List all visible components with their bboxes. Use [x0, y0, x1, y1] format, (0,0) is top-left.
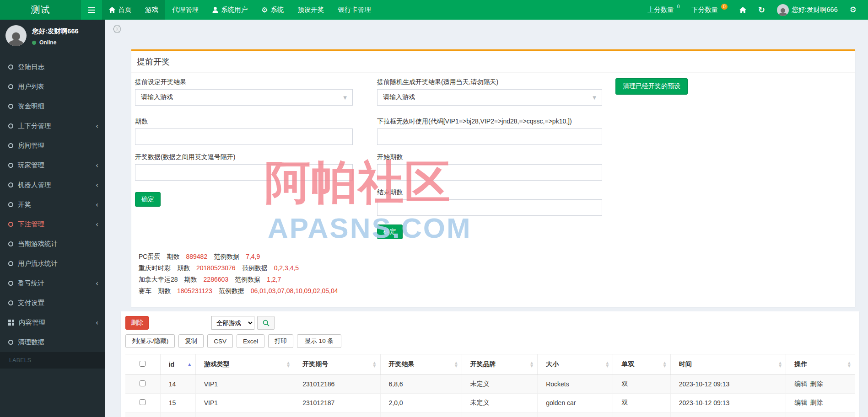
chevron-left-icon: ‹ — [96, 319, 98, 327]
edit-link[interactable]: 编辑 — [794, 399, 807, 406]
sidebar-item-room-management[interactable]: 房间管理 — [0, 136, 105, 155]
chevron-left-icon: ‹ — [96, 122, 98, 130]
search-button[interactable] — [257, 316, 275, 330]
nav-item-games[interactable]: 游戏 — [138, 0, 165, 20]
issue-number-input[interactable] — [135, 128, 353, 145]
start-issue-label: 开始期数 — [377, 153, 602, 161]
sidebar-item-clean-data[interactable]: 清理数据 — [0, 332, 105, 352]
example-line: 重庆时时彩期数20180523076范例数据0,2,3,4,5 — [139, 262, 851, 274]
end-issue-input[interactable] — [377, 199, 602, 216]
delete-link[interactable]: 删除 — [810, 380, 823, 387]
page-size-button[interactable]: 显示 10 条 — [297, 334, 341, 348]
navbar-refresh-button[interactable]: ↻ — [752, 0, 771, 20]
sort-icons: ▲▼ — [373, 361, 376, 368]
nav-item-agents[interactable]: 代理管理 — [165, 0, 205, 20]
nav-item-home[interactable]: 首页 — [102, 0, 138, 20]
sidebar-item-lottery[interactable]: 开奖‹ — [0, 195, 105, 214]
sidebar-item-robot-management[interactable]: 机器人管理‹ — [0, 175, 105, 195]
hamburger-icon — [88, 7, 95, 8]
sort-icons: ▲▼ — [455, 361, 458, 368]
hexagon-icon[interactable] — [113, 25, 121, 33]
circle-icon — [8, 300, 13, 305]
header-actions[interactable]: 操作▲▼ — [786, 354, 855, 375]
preset-game-select[interactable]: 请输入游戏 ▼ — [135, 89, 353, 106]
random-game-select[interactable]: 请输入游戏 ▼ — [377, 89, 602, 106]
example-line: 加拿大幸运28期数2286603范例数据1,2,7 — [139, 274, 851, 285]
columns-visibility-button[interactable]: 列(显示/隐藏) — [125, 334, 175, 348]
header-brand[interactable]: 开奖品牌▲▼ — [462, 354, 537, 375]
nav-item-system[interactable]: ⚙ 系统 — [254, 0, 291, 20]
top-navbar: 测试 首页 游戏 代理管理 系统用户 ⚙ 系统 — [0, 0, 868, 20]
copy-button[interactable]: 复制 — [178, 334, 204, 348]
sidebar-user-status: Online — [32, 39, 79, 46]
print-button[interactable]: 打印 — [268, 334, 293, 348]
navbar-right: 上分数量0 下分数量0 ↻ 您好:发财啊666 ⚙ — [642, 0, 868, 20]
sidebar-item-user-flow-stats[interactable]: 用户流水统计 — [0, 254, 105, 273]
random-game-select-value: 请输入游戏 — [383, 93, 415, 102]
table-row: 14 VIP1 231012186 6,8,6 未定义 Rockets 双 20… — [125, 375, 855, 394]
delete-link[interactable]: 删除 — [810, 399, 823, 406]
score-up-link[interactable]: 上分数量0 — [642, 0, 686, 20]
preset-confirm-button[interactable]: 确定 — [135, 192, 161, 207]
excel-button[interactable]: Excel — [237, 334, 264, 348]
brand-logo[interactable]: 测试 — [0, 0, 81, 20]
navbar-home-button[interactable] — [733, 0, 752, 20]
nav-item-preset-lottery[interactable]: 预设开奖 — [291, 0, 331, 20]
circle-icon — [8, 241, 13, 246]
delete-button[interactable]: 删除 — [125, 316, 149, 330]
results-table: id▲ 游戏类型▲▼ 开奖期号▲▼ 开奖结果▲▼ 开奖品牌▲▼ 大小▲▼ 单双▲… — [125, 354, 855, 417]
gear-icon: ⚙ — [261, 6, 268, 14]
game-filter-select[interactable]: 全部游戏 — [211, 316, 254, 330]
navbar-menu: 首页 游戏 代理管理 系统用户 ⚙ 系统 预设开奖 银行卡管理 — [81, 0, 378, 20]
sidebar-toggle-button[interactable] — [81, 0, 102, 20]
csv-button[interactable]: CSV — [207, 334, 233, 348]
caret-down-icon: ▼ — [343, 95, 347, 100]
sidebar-section-labels: LABELS — [0, 352, 105, 369]
header-id[interactable]: id▲ — [160, 354, 195, 375]
fallback-code-input[interactable] — [377, 128, 602, 145]
sidebar-item-login-log[interactable]: 登陆日志 — [0, 57, 105, 77]
edit-link[interactable]: 编辑 — [794, 380, 807, 387]
header-result[interactable]: 开奖结果▲▼ — [380, 354, 462, 375]
sidebar-item-user-list[interactable]: 用户列表 — [0, 77, 105, 96]
search-icon — [263, 320, 270, 326]
sidebar-item-score-management[interactable]: 上下分管理‹ — [0, 116, 105, 136]
score-down-link[interactable]: 下分数量0 — [685, 0, 733, 20]
header-size[interactable]: 大小▲▼ — [538, 354, 613, 375]
sidebar-item-current-game-stats[interactable]: 当期游戏统计 — [0, 234, 105, 254]
row-checkbox[interactable] — [140, 380, 146, 386]
sidebar-item-payment-settings[interactable]: 支付设置 — [0, 293, 105, 313]
sidebar-item-profit-loss-stats[interactable]: 盈亏统计‹ — [0, 273, 105, 293]
sort-icons: ▲▼ — [606, 361, 609, 368]
row-checkbox[interactable] — [140, 399, 146, 405]
select-all-checkbox[interactable] — [140, 361, 146, 367]
avatar-silhouette-icon — [778, 8, 787, 16]
nav-item-system-users[interactable]: 系统用户 — [205, 0, 254, 20]
cogs-icon: ⚙ — [850, 6, 857, 14]
lottery-data-input[interactable] — [135, 164, 353, 181]
circle-icon — [8, 84, 13, 89]
header-time[interactable]: 时间▲▼ — [670, 354, 786, 375]
sidebar-item-content-management[interactable]: 内容管理‹ — [0, 313, 105, 332]
random-result-label: 提前随机生成开奖结果(适用当天,请勿隔天) — [377, 78, 602, 86]
nav-item-bank-cards[interactable]: 银行卡管理 — [331, 0, 378, 20]
header-game-type[interactable]: 游戏类型▲▼ — [195, 354, 294, 375]
sidebar-item-bet-management[interactable]: 下注管理‹ — [0, 214, 105, 234]
table-row: 16 VIP1 231012188 2,4,8 VOVI Rockets 双 2… — [125, 412, 855, 417]
preset-game-select-value: 请输入游戏 — [141, 93, 173, 102]
sidebar-item-player-management[interactable]: 玩家管理‹ — [0, 155, 105, 175]
lottery-data-label: 开奖数据(数据之间用英文逗号隔开) — [135, 153, 353, 161]
header-issue[interactable]: 开奖期号▲▼ — [294, 354, 380, 375]
header-parity[interactable]: 单双▲▼ — [613, 354, 670, 375]
start-issue-input[interactable] — [377, 164, 602, 181]
random-confirm-button[interactable]: 确定 — [377, 225, 403, 239]
user-account-menu[interactable]: 您好:发财啊666 — [771, 0, 844, 20]
chevron-left-icon: ‹ — [96, 181, 98, 189]
online-dot-icon — [32, 41, 36, 45]
sidebar-item-fund-detail[interactable]: 资金明细 — [0, 96, 105, 116]
navbar-settings-button[interactable]: ⚙ — [844, 0, 863, 20]
refresh-icon: ↻ — [758, 6, 765, 14]
clear-preset-button[interactable]: 清理已经开奖的预设 — [615, 78, 688, 95]
chevron-left-icon: ‹ — [96, 220, 98, 229]
sidebar-filler — [0, 369, 105, 417]
